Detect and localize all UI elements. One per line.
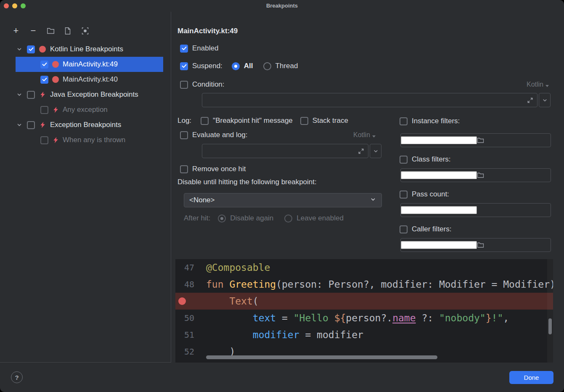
condition-field bbox=[202, 93, 538, 107]
code-preview: 47@Composable48fun Greeting(person: Pers… bbox=[175, 259, 553, 363]
tree-group-java-exception-breakpoints[interactable]: Java Exception Breakpoints bbox=[0, 87, 171, 102]
exception-breakpoint-icon bbox=[39, 122, 46, 128]
enabled-label: Enabled bbox=[192, 44, 218, 53]
breakpoints-sidebar: + − Kotlin Line Breakpoints bbox=[0, 12, 171, 363]
checkbox-unchecked[interactable] bbox=[40, 136, 48, 144]
evaluate-history-dropdown[interactable] bbox=[370, 144, 381, 158]
tree-item-mainactivity-40[interactable]: MainActivity.kt:40 bbox=[0, 72, 171, 87]
suspend-all-radio[interactable] bbox=[232, 62, 240, 70]
code-lines: 47@Composable48fun Greeting(person: Pers… bbox=[175, 259, 553, 360]
expand-icon[interactable] bbox=[527, 97, 533, 103]
class-filters-input[interactable] bbox=[401, 171, 477, 179]
folder-icon[interactable] bbox=[477, 137, 484, 143]
tree-group-kotlin-line-breakpoints[interactable]: Kotlin Line Breakpoints bbox=[0, 42, 171, 57]
tree-group-label: Kotlin Line Breakpoints bbox=[50, 45, 123, 53]
group-by-package-icon[interactable] bbox=[45, 26, 56, 36]
evaluate-field bbox=[202, 144, 368, 158]
suspend-checkbox[interactable] bbox=[180, 62, 188, 70]
instance-filters-field bbox=[400, 133, 551, 147]
suspend-thread-radio[interactable] bbox=[263, 62, 271, 70]
breakpoint-gutter[interactable] bbox=[175, 293, 203, 310]
done-button[interactable]: Done bbox=[509, 371, 553, 384]
tree-item-label: MainActivity.kt:40 bbox=[63, 75, 118, 84]
combobox-value: <None> bbox=[189, 196, 215, 204]
chevron-down-icon[interactable] bbox=[16, 122, 23, 128]
checkbox-unchecked[interactable] bbox=[27, 91, 35, 99]
tree-item-label: When any is thrown bbox=[63, 136, 125, 144]
instance-filters-row: Instance filters: bbox=[400, 117, 460, 126]
remove-breakpoint-button[interactable]: − bbox=[28, 26, 38, 36]
help-button[interactable]: ? bbox=[11, 371, 23, 383]
disable-until-label: Disable until hitting the following brea… bbox=[177, 178, 317, 186]
checkbox-checked[interactable] bbox=[40, 76, 48, 84]
condition-row: Condition: bbox=[180, 80, 225, 89]
condition-history-dropdown[interactable] bbox=[539, 93, 551, 107]
line-number-gutter[interactable]: 48 bbox=[175, 276, 203, 293]
line-number-gutter[interactable]: 50 bbox=[175, 310, 203, 326]
tree-group-exception-breakpoints[interactable]: Exception Breakpoints bbox=[0, 117, 171, 132]
evaluate-language-selector[interactable]: Kotlin bbox=[353, 131, 376, 139]
instance-filters-input[interactable] bbox=[401, 136, 477, 144]
log-message-checkbox[interactable] bbox=[201, 117, 209, 125]
checkbox-checked[interactable] bbox=[27, 45, 35, 53]
tree-item-mainactivity-49[interactable]: MainActivity.kt:49 bbox=[0, 57, 171, 72]
pass-count-checkbox[interactable] bbox=[400, 191, 408, 199]
caller-filters-checkbox[interactable] bbox=[400, 225, 408, 233]
folder-icon[interactable] bbox=[477, 242, 484, 248]
tree-item-when-any-is-thrown[interactable]: When any is thrown bbox=[0, 132, 171, 148]
minimize-button[interactable] bbox=[12, 3, 17, 8]
instance-filters-checkbox[interactable] bbox=[400, 117, 408, 125]
checkbox-unchecked[interactable] bbox=[27, 121, 35, 129]
checkbox-unchecked[interactable] bbox=[40, 106, 48, 114]
help-label: ? bbox=[15, 374, 19, 381]
condition-label: Condition: bbox=[192, 80, 225, 89]
disable-until-combobox[interactable]: <None> bbox=[184, 193, 382, 207]
close-button[interactable] bbox=[4, 3, 9, 8]
log-row: Log: "Breakpoint hit" message Stack trac… bbox=[177, 116, 348, 125]
tree-item-label: MainActivity.kt:49 bbox=[63, 60, 118, 69]
vertical-scrollbar-thumb[interactable] bbox=[548, 318, 552, 334]
stack-trace-checkbox[interactable] bbox=[300, 117, 308, 125]
exception-breakpoint-icon bbox=[52, 106, 59, 113]
breakpoint-dot-icon[interactable] bbox=[178, 297, 186, 305]
chevron-down-icon[interactable] bbox=[16, 46, 23, 53]
leave-enabled-label: Leave enabled bbox=[297, 214, 344, 222]
class-filters-checkbox[interactable] bbox=[400, 156, 408, 164]
traffic-lights bbox=[4, 3, 26, 8]
titlebar: Breakpoints bbox=[0, 0, 564, 12]
add-breakpoint-button[interactable]: + bbox=[11, 26, 21, 36]
exception-breakpoint-icon bbox=[39, 91, 46, 98]
condition-language-selector[interactable]: Kotlin bbox=[527, 81, 549, 88]
line-breakpoint-icon bbox=[52, 61, 59, 68]
chevron-down-icon[interactable] bbox=[16, 91, 23, 98]
group-by-file-icon[interactable] bbox=[63, 26, 73, 36]
condition-checkbox[interactable] bbox=[180, 81, 188, 89]
after-hit-row: After hit: Disable again Leave enabled bbox=[184, 214, 344, 223]
code-line: Text( bbox=[175, 293, 553, 310]
tree-group-label: Exception Breakpoints bbox=[50, 121, 121, 129]
line-number-gutter[interactable]: 51 bbox=[175, 326, 203, 343]
enabled-checkbox[interactable] bbox=[180, 45, 188, 53]
class-filters-label: Class filters: bbox=[412, 155, 451, 164]
checkbox-checked[interactable] bbox=[40, 61, 48, 69]
pass-count-input[interactable] bbox=[401, 206, 477, 214]
line-number-gutter[interactable]: 47 bbox=[175, 259, 203, 276]
evaluate-input[interactable] bbox=[202, 147, 358, 155]
expand-icon[interactable] bbox=[358, 148, 364, 154]
line-breakpoint-icon bbox=[39, 46, 46, 53]
remove-once-checkbox[interactable] bbox=[180, 165, 188, 173]
after-hit-label: After hit: bbox=[184, 214, 210, 222]
caller-filters-input[interactable] bbox=[401, 241, 477, 249]
line-number-gutter[interactable]: 52 bbox=[175, 343, 203, 360]
tree-item-label: Any exception bbox=[63, 106, 108, 114]
folder-icon[interactable] bbox=[477, 172, 484, 178]
tree-item-any-exception[interactable]: Any exception bbox=[0, 102, 171, 117]
horizontal-scrollbar-thumb[interactable] bbox=[206, 355, 437, 359]
group-by-class-icon[interactable] bbox=[80, 26, 90, 36]
vertical-scrollbar-track[interactable] bbox=[547, 259, 553, 363]
caller-filters-field bbox=[400, 238, 551, 252]
evaluate-checkbox[interactable] bbox=[180, 131, 188, 139]
condition-input[interactable] bbox=[202, 96, 527, 104]
log-label: Log: bbox=[177, 117, 191, 125]
zoom-button[interactable] bbox=[21, 3, 26, 8]
